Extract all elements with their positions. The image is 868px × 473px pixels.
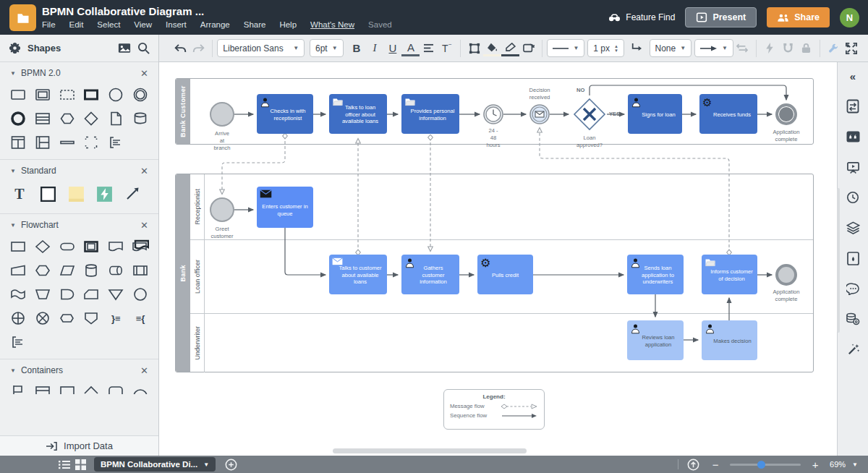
shape-bpmn-group[interactable]: [58, 85, 77, 104]
close-icon[interactable]: ✕: [140, 220, 148, 231]
bold-button[interactable]: B: [347, 39, 365, 58]
lane-underwriter[interactable]: Underwriter: [190, 313, 205, 372]
document-title[interactable]: BPMN Collaborative Diagram ...: [42, 5, 204, 17]
task-talks-customer[interactable]: Talks to customer about available loans: [329, 255, 387, 294]
lane-loan-officer[interactable]: Loan officer: [190, 239, 205, 313]
layers-icon[interactable]: [845, 220, 861, 236]
start-event-arrive[interactable]: [210, 102, 234, 127]
font-family-select[interactable]: Liberation Sans▼: [217, 39, 305, 57]
text-color-button[interactable]: A: [401, 41, 420, 56]
shape-text[interactable]: T: [10, 184, 29, 203]
task-informs-customer[interactable]: Informs customer of decision: [702, 255, 757, 294]
fullscreen-icon[interactable]: [843, 39, 861, 58]
shape-fc-direct-data[interactable]: [106, 261, 125, 280]
shape-fc-predefined[interactable]: [82, 237, 101, 256]
close-icon[interactable]: ✕: [140, 365, 148, 376]
menu-share[interactable]: Share: [244, 20, 266, 29]
shape-hotspot[interactable]: [95, 184, 114, 203]
pool-bank-customer-header[interactable]: Bank Customer: [176, 79, 190, 144]
shape-fc-database[interactable]: [82, 261, 101, 280]
hotspot-icon[interactable]: [761, 39, 779, 58]
shape-fc-brace-right[interactable]: }≡: [106, 309, 125, 328]
shape-bpmn-pool-vertical[interactable]: [9, 133, 27, 152]
shape-bpmn-call-activity[interactable]: [82, 85, 101, 104]
italic-button[interactable]: I: [365, 39, 383, 58]
shape-bpmn-start-event[interactable]: [106, 85, 125, 104]
shape-bpmn-end-event[interactable]: [9, 109, 27, 128]
task-pulls-credit[interactable]: ⚙ Pulls credit: [477, 255, 533, 294]
shape-bpmn-hexagon[interactable]: [58, 109, 77, 128]
data-linking-icon[interactable]: [845, 311, 861, 327]
line-end-select[interactable]: ▼: [694, 39, 733, 57]
add-page-icon[interactable]: [223, 457, 239, 472]
message-event[interactable]: [529, 104, 550, 124]
shape-bpmn-subprocess[interactable]: [33, 85, 52, 104]
pool-bank-header[interactable]: Bank: [176, 174, 190, 372]
shape-bpmn-gateway[interactable]: [82, 109, 101, 128]
notes-icon[interactable]: [845, 129, 861, 145]
timer-event[interactable]: [483, 104, 503, 124]
shape-fc-connector[interactable]: [131, 285, 150, 304]
shape-ct-rounded[interactable]: [106, 383, 125, 394]
task-enters-queue[interactable]: Enters customer in queue: [257, 187, 313, 228]
shape-bpmn-data-object[interactable]: [106, 109, 125, 128]
collapse-panel-icon[interactable]: «: [845, 68, 861, 84]
shape-fc-terminator[interactable]: [58, 237, 77, 256]
shape-bpmn-transaction[interactable]: [33, 109, 52, 128]
gateway-loan-approved[interactable]: [572, 97, 607, 132]
shape-fc-preparation[interactable]: [33, 261, 52, 280]
menu-whats-new[interactable]: What's New: [310, 20, 354, 29]
document-settings-icon[interactable]: [845, 98, 861, 114]
wrench-icon[interactable]: [825, 39, 843, 58]
shape-bpmn-task[interactable]: [9, 85, 27, 104]
comment-shape-button[interactable]: [519, 39, 537, 58]
line-start-select[interactable]: None▼: [650, 39, 692, 57]
theme-icon[interactable]: [845, 250, 861, 266]
section-standard[interactable]: ▼ Standard ✕: [0, 160, 158, 182]
page-list-icon[interactable]: [56, 457, 72, 472]
swap-endpoints-button[interactable]: [733, 39, 752, 58]
page-grid-icon[interactable]: [72, 457, 88, 472]
menu-select[interactable]: Select: [97, 20, 120, 29]
feature-find-button[interactable]: Feature Find: [608, 12, 675, 22]
close-icon[interactable]: ✕: [140, 166, 148, 176]
shape-fc-document[interactable]: [106, 237, 125, 256]
diagram-canvas[interactable]: Bank Customer Bank Receptionist Loan off…: [159, 62, 837, 456]
task-talks-loan-officer[interactable]: Talks to loan officer about available lo…: [329, 94, 387, 134]
section-bpmn[interactable]: ▼ BPMN 2.0 ✕: [0, 62, 158, 84]
shape-bpmn-pool-horizontal[interactable]: [33, 133, 52, 152]
shape-fc-delay[interactable]: [58, 285, 77, 304]
shape-ct-arc[interactable]: [131, 383, 150, 394]
image-library-icon[interactable]: [118, 43, 131, 54]
line-style-select[interactable]: ▼: [547, 39, 584, 57]
shape-fc-offpage[interactable]: [82, 309, 101, 328]
underline-button[interactable]: U: [383, 39, 401, 58]
menu-edit[interactable]: Edit: [69, 20, 84, 29]
task-makes-decision[interactable]: Makes decision: [702, 320, 757, 360]
shape-bpmn-group-brackets[interactable]: [82, 133, 101, 152]
shape-fc-summing[interactable]: [33, 309, 52, 328]
menu-arrange[interactable]: Arrange: [200, 20, 230, 29]
import-data-button[interactable]: Import Data: [0, 435, 158, 456]
menu-insert[interactable]: Insert: [166, 20, 187, 29]
zoom-slider-thumb[interactable]: [757, 461, 765, 469]
task-checks-in[interactable]: Checks in with receptionist: [257, 94, 313, 134]
shape-sticky-note[interactable]: [67, 184, 85, 203]
task-signs-loan[interactable]: Signs for loan: [628, 94, 682, 134]
shape-fc-manual-input[interactable]: [9, 261, 27, 280]
shape-bpmn-data-store[interactable]: [131, 109, 150, 128]
shape-ct-flag[interactable]: [9, 383, 27, 394]
close-icon[interactable]: ✕: [140, 68, 148, 79]
section-flowchart[interactable]: ▼ Flowchart ✕: [0, 214, 158, 236]
scrollbar-handle[interactable]: [333, 448, 527, 453]
chevron-down-icon[interactable]: ▼: [852, 461, 858, 468]
shape-fc-multidocument[interactable]: [131, 237, 150, 256]
shape-bpmn-lane[interactable]: [58, 133, 77, 152]
legend-box[interactable]: Legend: Message flow Sequence flow: [443, 389, 545, 430]
app-logo[interactable]: [9, 4, 36, 31]
share-button[interactable]: Share: [767, 7, 830, 27]
end-event-customer[interactable]: [775, 103, 797, 125]
shape-manager-icon[interactable]: [9, 42, 21, 54]
zoom-level[interactable]: 69%: [830, 460, 846, 469]
shape-ct-peak[interactable]: [82, 383, 101, 394]
